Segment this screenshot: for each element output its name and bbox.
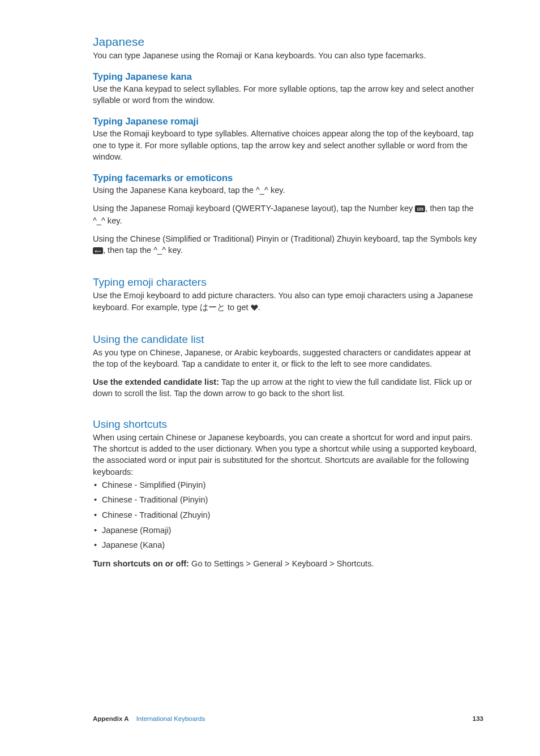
text: Using the Japanese Romaji keyboard (QWER… (93, 204, 415, 213)
text: , then tap the ^_^ key. (103, 246, 183, 255)
heading-shortcuts: Using shortcuts (93, 418, 483, 431)
page-content: Japanese You can type Japanese using the… (0, 0, 540, 569)
list-item: Japanese (Romaji) (93, 525, 483, 536)
para-facemarks-1: Using the Japanese Kana keyboard, tap th… (93, 184, 483, 196)
para-kana: Use the Kana keypad to select syllables.… (93, 83, 483, 106)
para-japanese-intro: You can type Japanese using the Romaji o… (93, 50, 483, 61)
svg-text:123: 123 (417, 207, 424, 211)
para-facemarks-3: Using the Chinese (Simplified or Traditi… (93, 233, 483, 257)
heart-icon (251, 303, 258, 314)
heading-romaji: Typing Japanese romaji (93, 116, 483, 127)
para-candidate-2: Use the extended candidate list: Tap the… (93, 376, 483, 399)
text: Use the Emoji keyboard to add picture ch… (93, 291, 473, 311)
list-item: Chinese - Traditional (Zhuyin) (93, 510, 483, 521)
text: . (258, 303, 260, 312)
lead-text: Use the extended candidate list: (93, 377, 221, 386)
footer-appendix: Appendix A (93, 715, 128, 722)
shortcuts-list: Chinese - Simplified (Pinyin) Chinese - … (93, 480, 483, 551)
para-emoji: Use the Emoji keyboard to add picture ch… (93, 290, 483, 313)
page-footer: Appendix A International Keyboards 133 (93, 715, 483, 722)
list-item: Japanese (Kana) (93, 540, 483, 551)
heading-kana: Typing Japanese kana (93, 71, 483, 82)
para-romaji: Use the Romaji keyboard to type syllable… (93, 128, 483, 162)
list-item: Chinese - Simplified (Pinyin) (93, 480, 483, 491)
heading-facemarks: Typing facemarks or emoticons (93, 173, 483, 183)
lead-text: Turn shortcuts on or off: (93, 559, 191, 568)
para-shortcuts-intro: When using certain Chinese or Japanese k… (93, 432, 483, 478)
footer-page-number: 133 (473, 715, 483, 722)
number-key-icon: 123 (415, 204, 425, 215)
heading-japanese: Japanese (93, 35, 483, 49)
heading-candidate: Using the candidate list (93, 333, 483, 346)
footer-left: Appendix A International Keyboards (93, 715, 205, 722)
symbols-key-icon: #+= (93, 246, 103, 257)
para-facemarks-2: Using the Japanese Romaji keyboard (QWER… (93, 203, 483, 226)
heading-emoji: Typing emoji characters (93, 276, 483, 289)
list-item: Chinese - Traditional (Pinyin) (93, 495, 483, 506)
text: Go to Settings > General > Keyboard > Sh… (191, 559, 374, 568)
para-candidate-1: As you type on Chinese, Japanese, or Ara… (93, 347, 483, 370)
footer-chapter: International Keyboards (136, 715, 205, 722)
para-shortcuts-toggle: Turn shortcuts on or off: Go to Settings… (93, 558, 483, 569)
text: Using the Chinese (Simplified or Traditi… (93, 234, 477, 243)
svg-text:#+=: #+= (95, 250, 101, 253)
